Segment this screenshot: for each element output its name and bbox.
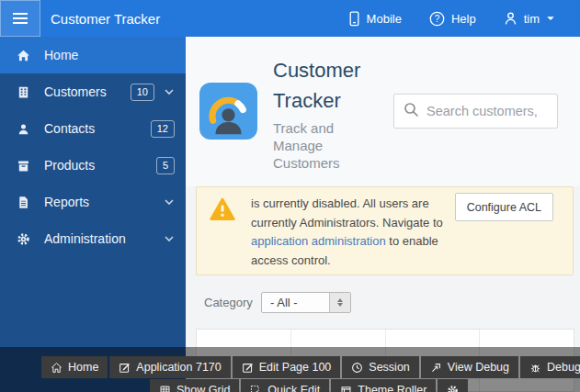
chevron-down-icon <box>164 196 175 207</box>
hero-region: Customer Tracker Track and Manage Custom… <box>186 37 580 186</box>
gear-icon <box>17 232 30 246</box>
category-label: Category <box>204 296 261 309</box>
main-content: Customer Tracker Track and Manage Custom… <box>186 37 580 392</box>
mobile-link[interactable]: Mobile <box>348 11 402 27</box>
category-select[interactable]: - All - <box>261 292 351 313</box>
sidebar: Home Customers 10 Contacts 12 Products 5… <box>0 37 186 392</box>
sidebar-item-products[interactable]: Products 5 <box>0 147 186 184</box>
devtoolbar-view-debug-button[interactable]: View Debug <box>421 356 518 378</box>
chevron-down-icon <box>164 86 175 97</box>
chevron-down-icon <box>164 233 175 244</box>
warning-banner: is currently disabled. All users are cur… <box>196 186 574 275</box>
phone-icon <box>348 11 360 27</box>
svg-text:?: ? <box>435 14 440 24</box>
sidebar-item-contacts[interactable]: Contacts 12 <box>0 110 186 147</box>
category-select-value: - All - <box>262 296 329 309</box>
sidebar-item-administration[interactable]: Administration <box>0 220 186 257</box>
contacts-count-badge: 12 <box>151 120 175 138</box>
devtoolbar-quick-edit-button[interactable]: Quick Edit <box>241 379 329 392</box>
customers-count-badge: 10 <box>131 84 154 101</box>
devtoolbar-settings-button[interactable] <box>438 379 468 392</box>
search-input[interactable] <box>426 104 550 118</box>
search-box <box>393 94 558 129</box>
select-stepper-icon <box>329 293 350 312</box>
application-administration-link[interactable]: application administration <box>251 234 386 248</box>
warning-message: is currently disabled. All users are cur… <box>251 195 468 270</box>
app-window: Customer Tracker Mobile ? Help tim Home <box>0 0 580 392</box>
devtoolbar-row2: Show Grid Quick Edit Theme Roller <box>150 379 468 392</box>
devtoolbar-session-button[interactable]: Session <box>342 356 418 378</box>
sidebar-item-home[interactable]: Home <box>0 37 186 73</box>
home-icon <box>17 49 30 62</box>
devtoolbar-show-grid-button[interactable]: Show Grid <box>150 379 239 392</box>
user-icon <box>504 11 517 26</box>
page-subtitle: Track and Manage Customers <box>273 119 352 172</box>
box-icon <box>17 159 30 173</box>
menu-toggle-button[interactable] <box>0 0 40 37</box>
devtoolbar-debug-button[interactable]: Debug <box>520 356 580 378</box>
devtoolbar-application-button[interactable]: Application 7170 <box>109 356 230 378</box>
search-icon <box>404 102 419 121</box>
category-filter: Category - All - <box>204 292 351 313</box>
app-title: Customer Tracker <box>51 11 160 27</box>
sidebar-item-customers[interactable]: Customers 10 <box>0 73 186 110</box>
devtoolbar-theme-roller-button[interactable]: Theme Roller <box>331 379 436 392</box>
building-icon <box>17 85 30 99</box>
document-icon <box>17 196 30 209</box>
products-count-badge: 5 <box>156 157 175 174</box>
person-icon <box>17 122 30 136</box>
devtoolbar-row1: Home Application 7170 Edit Page 100 Sess… <box>41 356 580 378</box>
help-circle-icon: ? <box>429 11 445 27</box>
topbar-actions: Mobile ? Help tim <box>348 0 580 37</box>
devtoolbar-edit-page-button[interactable]: Edit Page 100 <box>233 356 341 378</box>
topbar: Customer Tracker Mobile ? Help tim <box>0 0 580 37</box>
user-menu[interactable]: tim <box>504 11 555 26</box>
help-link[interactable]: ? Help <box>429 11 476 27</box>
configure-acl-button[interactable]: Configure ACL <box>455 193 553 221</box>
sidebar-item-reports[interactable]: Reports <box>0 184 186 220</box>
hamburger-icon <box>13 13 28 15</box>
gauge-person-app-icon <box>199 83 257 140</box>
warning-triangle-icon <box>210 197 235 221</box>
devtoolbar-home-button[interactable]: Home <box>41 356 108 378</box>
caret-down-icon <box>546 14 555 23</box>
page-title: Customer Tracker <box>273 55 388 116</box>
